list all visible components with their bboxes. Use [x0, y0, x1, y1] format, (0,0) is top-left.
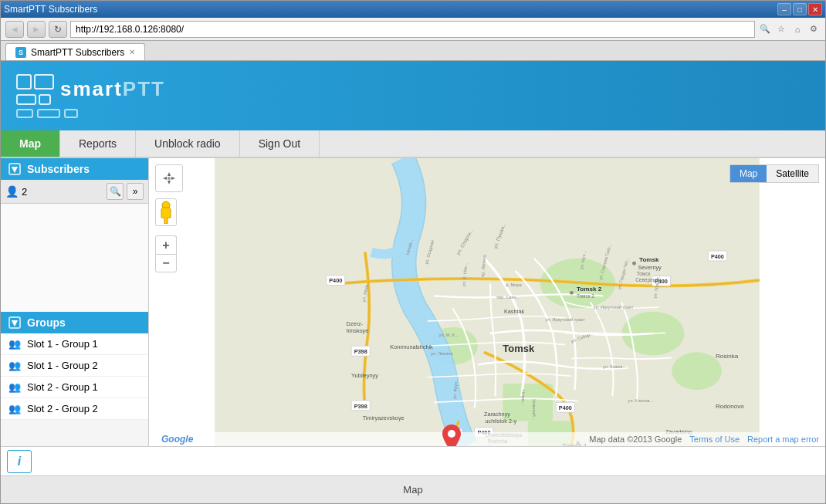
svg-text:Tomsk: Tomsk: [639, 256, 659, 263]
window-titlebar: SmartPTT Subscribers – □ ✕: [1, 1, 825, 18]
group-label: Slot 1 - Group 2: [27, 360, 98, 371]
tab-close-button[interactable]: ✕: [129, 48, 135, 56]
info-bar: i: [1, 446, 825, 475]
home-icon[interactable]: ⌂: [790, 22, 804, 36]
svg-rect-0: [215, 158, 759, 446]
window: SmartPTT Subscribers – □ ✕ ◄ ► ↻ 🔍 ☆ ⌂ ⚙…: [0, 0, 826, 504]
sidebar: ▼ Subscribers 👤 2 🔍 »: [1, 158, 149, 446]
status-bar: Map: [1, 475, 825, 503]
svg-text:Tomsk: Tomsk: [503, 343, 535, 354]
svg-text:Новосиб...: Новосиб...: [532, 399, 537, 421]
search-subscribers-button[interactable]: 🔍: [107, 183, 124, 200]
svg-text:P398: P398: [354, 403, 367, 410]
svg-text:Rosinka: Rosinka: [716, 353, 739, 360]
window-title: SmartPTT Subscribers: [4, 4, 97, 15]
tab-unblock[interactable]: Unblock radio: [136, 130, 240, 157]
refresh-button[interactable]: ↻: [49, 21, 67, 38]
list-item[interactable]: 👥 Slot 1 - Group 1: [1, 333, 148, 355]
count-number: 2: [22, 186, 27, 198]
groups-list: 👥 Slot 1 - Group 1 👥 Slot 1 - Group 2 👥 …: [1, 333, 148, 420]
map-marker[interactable]: [442, 425, 461, 446]
svg-text:P400: P400: [329, 277, 342, 284]
map-container[interactable]: P400 P400 P400 P400 P400 P398 P398: [149, 158, 825, 446]
map-zoom-controls: + −: [155, 235, 183, 272]
subscriber-count: 👤 2: [5, 185, 103, 198]
group-label: Slot 1 - Group 1: [27, 338, 98, 350]
svg-marker-79: [168, 172, 171, 176]
forward-button[interactable]: ►: [27, 21, 46, 38]
terms-link[interactable]: Terms of Use: [689, 435, 740, 444]
search-icon[interactable]: 🔍: [758, 22, 772, 36]
dropdown-icon[interactable]: ▼: [8, 163, 21, 175]
svg-text:P400: P400: [559, 404, 572, 411]
svg-text:Kashtak: Kashtak: [504, 308, 525, 315]
group-label: Slot 2 - Group 2: [27, 403, 98, 414]
svg-marker-81: [163, 177, 167, 180]
tab-reports[interactable]: Reports: [60, 130, 136, 157]
minimize-button[interactable]: –: [777, 3, 791, 15]
groups-header: ▼ Groups: [1, 312, 148, 333]
svg-text:Timiryazevskoye: Timiryazevskoye: [363, 414, 405, 421]
list-item[interactable]: 👥 Slot 2 - Group 1: [1, 377, 148, 398]
zoom-in-button[interactable]: +: [155, 235, 177, 254]
svg-text:hinskoye: hinskoye: [347, 327, 369, 334]
svg-text:р. Мира: р. Мира: [506, 282, 522, 287]
svg-text:пер. Свет...: пер. Свет...: [496, 295, 520, 299]
subscriber-list: [1, 204, 148, 312]
svg-text:Томск: Томск: [637, 271, 651, 276]
app-header: smartPTT: [1, 61, 825, 130]
map-attribution: Google Map data ©2013 Google Terms of Us…: [149, 432, 825, 446]
svg-text:P398: P398: [354, 348, 367, 355]
logo-boxes: [16, 74, 54, 105]
subscribers-header: ▼ Subscribers: [1, 158, 148, 180]
more-button[interactable]: »: [127, 183, 144, 200]
map-type-map-button[interactable]: Map: [730, 165, 767, 182]
group-label: Slot 2 - Group 1: [27, 381, 98, 393]
svg-text:ул. Ленина: ул. Ленина: [431, 351, 453, 356]
groups-dropdown-icon[interactable]: ▼: [8, 316, 21, 329]
info-button[interactable]: i: [7, 450, 32, 473]
address-input[interactable]: [70, 21, 755, 38]
svg-marker-82: [171, 177, 175, 180]
svg-text:Dzerz-: Dzerz-: [347, 320, 364, 327]
browser-tab-bar: S SmartPTT Subscribers ✕: [1, 41, 825, 61]
street-view-button[interactable]: [155, 198, 177, 226]
tab-label: SmartPTT Subscribers: [31, 47, 124, 58]
svg-text:ул. Иркутский тракт: ул. Иркутский тракт: [594, 305, 634, 310]
svg-text:Severnyy: Severnyy: [638, 264, 662, 271]
google-logo: Google: [161, 434, 193, 445]
info-icon: i: [18, 455, 21, 468]
logo-bottom-shapes: [16, 109, 165, 118]
address-icons: 🔍 ☆ ⌂ ⚙: [758, 22, 821, 36]
svg-text:Rodonovo: Rodonovo: [716, 403, 744, 410]
svg-rect-3: [503, 384, 553, 421]
svg-text:Zarachnyy: Zarachnyy: [484, 411, 510, 418]
map-type-satellite-button[interactable]: Satellite: [767, 165, 818, 182]
report-link[interactable]: Report a map error: [747, 435, 819, 444]
tab-signout[interactable]: Sign Out: [240, 130, 320, 157]
star-icon[interactable]: ☆: [774, 22, 788, 36]
zoom-out-button[interactable]: −: [155, 254, 177, 272]
map-type-buttons: Map Satellite: [730, 164, 819, 183]
svg-text:ул. М. К...: ул. М. К...: [439, 333, 459, 337]
tab-map[interactable]: Map: [1, 130, 60, 157]
list-item[interactable]: 👥 Slot 2 - Group 2: [1, 398, 148, 420]
list-item[interactable]: 👥 Slot 1 - Group 2: [1, 355, 148, 377]
close-button[interactable]: ✕: [808, 3, 822, 15]
back-button[interactable]: ◄: [5, 21, 24, 38]
svg-point-28: [570, 291, 574, 295]
settings-icon[interactable]: ⚙: [807, 22, 821, 36]
nav-tabs: Map Reports Unblock radio Sign Out: [1, 130, 825, 158]
svg-text:uchilstok 2-y: uchilstok 2-y: [486, 418, 517, 425]
browser-tab[interactable]: S SmartPTT Subscribers ✕: [5, 43, 145, 60]
group-icon: 👥: [8, 338, 21, 350]
svg-text:ул. Кленов...: ул. Кленов...: [628, 398, 653, 403]
maximize-button[interactable]: □: [793, 3, 807, 15]
svg-text:P400: P400: [711, 253, 724, 260]
logo: smartPTT: [16, 74, 165, 118]
svg-text:Yubileynyy: Yubileynyy: [351, 372, 378, 379]
svg-text:Kommunalshchik: Kommunalshchik: [390, 343, 433, 350]
map-pan-control[interactable]: [155, 164, 183, 192]
groups-section: ▼ Groups 👥 Slot 1 - Group 1 👥 Slot 1 - G…: [1, 312, 148, 420]
subscribers-label: Subscribers: [27, 163, 90, 175]
